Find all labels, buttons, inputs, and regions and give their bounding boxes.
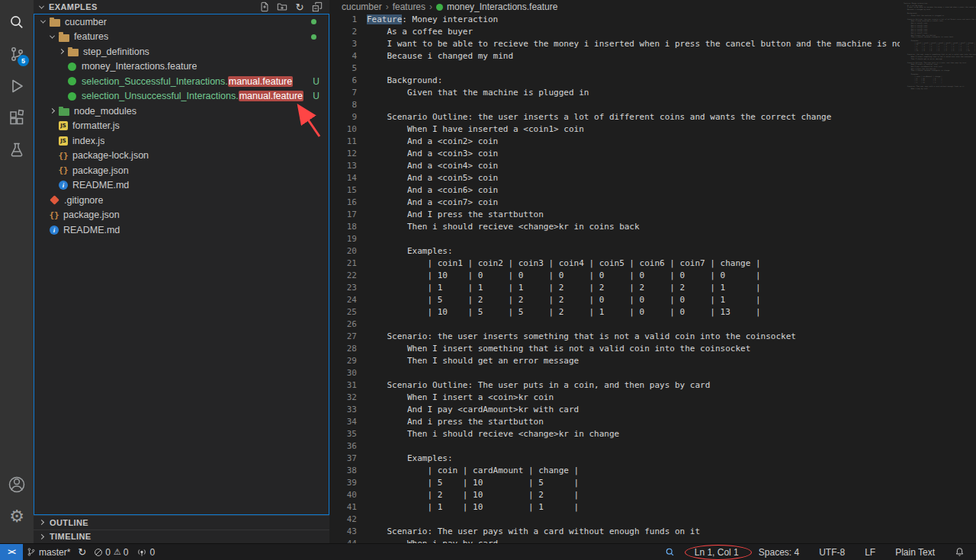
code-line[interactable]: 28 When I insert something that is not a… [329,343,976,355]
timeline-section[interactable]: TIMELINE [34,530,329,544]
line-number: 9 [329,111,357,123]
code-line[interactable]: 4 Because i changed my mind [329,50,976,62]
code-editor[interactable]: 1Feature: Money interaction2 As a coffee… [329,14,976,543]
encoding-status[interactable]: UTF-8 [815,544,849,560]
code-line[interactable]: 11 And a <coin2> coin [329,136,976,148]
code-line[interactable]: 36 [329,440,976,453]
tree-item-features[interactable]: features [34,30,329,45]
tree-item-formatter-js[interactable]: JSformatter.js [34,119,329,134]
sidebar-header[interactable]: EXAMPLES ↻ [34,0,329,14]
breadcrumb-item-folder[interactable]: cucumber [342,2,382,12]
code-line[interactable]: 25 | 10 | 5 | 5 | 2 | 1 | 0 | 0 | 13 | [329,306,976,318]
account-icon[interactable] [0,469,34,501]
code-line[interactable]: 20 Examples: [329,245,976,258]
cursor-position[interactable]: Ln 1, Col 1 [691,544,743,560]
code-line[interactable]: 14 And a <coin5> coin [329,172,976,184]
code-line[interactable]: 31 Scenario Outline: The user puts in a … [329,379,976,392]
code-line[interactable]: 23 | 1 | 1 | 1 | 2 | 2 | 2 | 2 | 1 | [329,282,976,294]
code-line[interactable]: 16 And a <coin7> coin [329,197,976,209]
new-folder-icon[interactable] [276,1,288,13]
refresh-icon[interactable]: ↻ [294,1,306,13]
code-line[interactable]: 3 I want to be able to recieve the money… [329,38,976,50]
git-branch-status[interactable]: master* [23,544,74,560]
tree-item-package-json[interactable]: {}package.json [34,208,329,223]
breadcrumb-item-file[interactable]: money_Interactions.feature [447,2,557,12]
code-line[interactable]: 2 As a coffee buyer [329,26,976,38]
code-line[interactable]: 8 [329,99,976,111]
code-line[interactable]: 5 [329,62,976,75]
code-line[interactable]: 38 | coin | cardAmount | change | [329,465,976,477]
tree-item-index-js[interactable]: JSindex.js [34,133,329,149]
new-file-icon[interactable] [258,1,271,13]
js-icon: JS [59,121,68,130]
code-line[interactable]: 10 When I have inserted a <coin1> coin [329,123,976,136]
testing-icon[interactable] [0,134,34,166]
code-line[interactable]: 34 And i press the startbutton [329,416,976,428]
code-line[interactable]: 1Feature: Money interaction [329,14,976,26]
code-line[interactable]: 13 And a <coin4> coin [329,160,976,172]
zoom-indicator[interactable] [661,544,679,560]
tree-item-package-json[interactable]: {}package.json [34,163,329,178]
tree-item-cucumber[interactable]: cucumber [34,14,329,30]
tree-item--gitignore[interactable]: .gitignore [34,193,329,208]
extensions-icon[interactable] [0,102,34,134]
code-line[interactable]: 27 Scenario: the user inserts something … [329,331,976,343]
code-line[interactable]: 42 [329,514,976,526]
chevron-right-icon[interactable] [47,104,57,119]
sync-button[interactable]: ↻ [74,544,90,560]
code-line[interactable]: 43 Scenario: The user pays with a card w… [329,526,976,538]
tree-item-step-definitions[interactable]: step_definitions [34,44,329,59]
indentation-status[interactable]: Spaces: 4 [755,544,803,560]
minimap[interactable]: Feature: Money interaction As a coffee b… [900,0,976,543]
code-line[interactable]: 39 | 5 | 10 | 5 | [329,477,976,489]
tree-item-selection-successful-interactions[interactable]: selection_Successful_Interactions.manual… [34,74,329,89]
code-line[interactable]: 32 When I insert a <coin>kr coin [329,392,976,404]
code-line[interactable]: 30 [329,367,976,379]
code-line[interactable]: 21 | coin1 | coin2 | coin3 | coin4 | coi… [329,258,976,270]
chevron-right-icon[interactable] [56,44,66,59]
code-line[interactable]: 12 And a <coin3> coin [329,148,976,160]
tree-item-money-interactions-feature[interactable]: money_Interactions.feature [34,59,329,75]
breadcrumb-item-folder[interactable]: features [393,2,425,12]
code-line[interactable]: 29 Then I should get an error message [329,355,976,367]
code-line[interactable]: 33 And I pay <cardAmount>kr with card [329,404,976,416]
code-line[interactable]: 35 Then i should recieve <change>kr in c… [329,428,976,440]
code-line[interactable]: 7 Given that the machine is plugged in [329,87,976,99]
problems-status[interactable]: 0 ⚠ 0 [90,544,132,560]
code-line[interactable]: 22 | 10 | 0 | 0 | 0 | 0 | 0 | 0 | 0 | [329,270,976,282]
tree-item-package-lock-json[interactable]: {}package-lock.json [34,149,329,164]
code-line[interactable]: 41 | 1 | 10 | 1 | [329,501,976,514]
line-number: 31 [329,379,357,392]
source-control-icon[interactable]: 5 [0,38,34,70]
tree-item-readme-md[interactable]: iREADME.md [34,222,329,238]
eol-status[interactable]: LF [861,544,879,560]
code-line[interactable]: 26 [329,318,976,331]
outline-section[interactable]: OUTLINE [34,515,329,530]
search-icon[interactable] [0,6,34,38]
code-line[interactable]: 37 Examples: [329,453,976,465]
code-text: And a <coin5> coin [367,172,498,184]
tree-item-node-modules[interactable]: node_modules [34,104,329,119]
code-line[interactable]: 15 And a <coin6> coin [329,184,976,197]
chevron-down-icon[interactable] [38,14,48,30]
remote-indicator-icon[interactable]: >< [0,544,23,560]
run-debug-icon[interactable] [0,70,34,102]
tree-item-readme-md[interactable]: iREADME.md [34,178,329,194]
settings-gear-icon[interactable]: ⚙ [0,501,34,533]
code-line[interactable]: 17 And I press the startbutton [329,209,976,221]
language-mode-status[interactable]: Plain Text [891,544,939,560]
code-text: | 10 | 5 | 5 | 2 | 1 | 0 | 0 | 13 | [367,306,761,318]
code-line[interactable]: 24 | 5 | 2 | 2 | 2 | 0 | 0 | 0 | 1 | [329,294,976,306]
code-line[interactable]: 44 When i pay by card [329,538,976,543]
tree-item-selection-unsuccessful-interactions[interactable]: selection_Unsuccessful_Interactions.manu… [34,89,329,104]
code-line[interactable]: 9 Scenario Outline: the user inserts a l… [329,111,976,123]
chevron-down-icon[interactable] [47,30,57,45]
collapse-all-icon[interactable] [311,1,323,13]
notifications-bell[interactable] [951,544,968,560]
code-line[interactable]: 19 [329,233,976,245]
ports-status[interactable]: 0 [133,544,159,560]
word-highlight: Feature [367,14,402,24]
code-line[interactable]: 18 Then i should recieve <change>kr in c… [329,221,976,233]
code-line[interactable]: 40 | 2 | 10 | 2 | [329,489,976,501]
code-line[interactable]: 6 Background: [329,75,976,87]
